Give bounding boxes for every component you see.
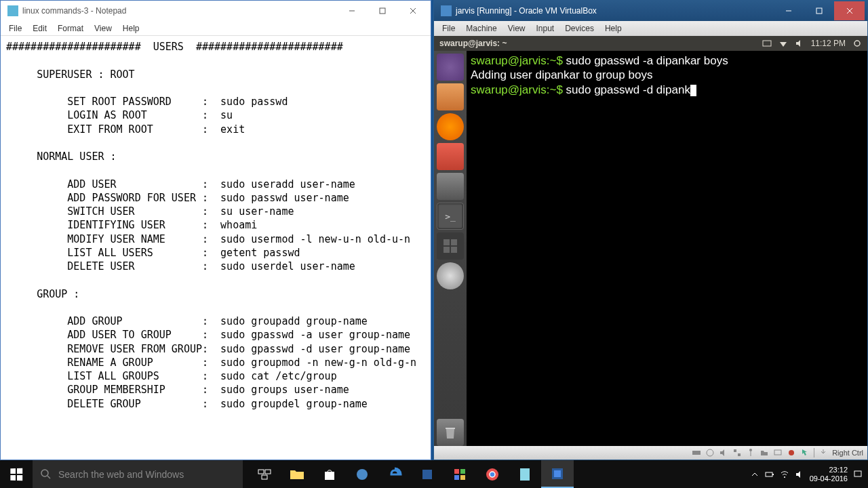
close-button[interactable] (834, 1, 865, 20)
chrome-button[interactable] (476, 460, 509, 488)
notepad-icon (7, 5, 18, 16)
disc-icon[interactable] (437, 262, 464, 289)
usb-indicator-icon[interactable] (746, 448, 755, 458)
svg-rect-14 (446, 428, 455, 429)
virtualbox-icon (441, 5, 452, 16)
svg-rect-8 (763, 41, 771, 46)
firefox-icon[interactable] (437, 113, 464, 140)
vb-menu-help[interactable]: Help (599, 22, 627, 35)
svg-rect-15 (692, 451, 701, 455)
system-tray[interactable]: 23:12 09-04-2016 (745, 466, 868, 482)
gear-icon[interactable] (852, 39, 862, 48)
minimize-button[interactable] (336, 1, 367, 20)
wifi-icon[interactable] (780, 470, 789, 479)
vb-menu-devices[interactable]: Devices (559, 22, 599, 35)
window-title: swarup@jarvis: ~ (439, 39, 762, 48)
task-view-button[interactable] (248, 460, 281, 488)
app-button[interactable] (411, 460, 443, 488)
minimize-button[interactable] (773, 1, 804, 20)
search-icon (41, 469, 52, 480)
files-icon[interactable] (437, 83, 464, 110)
terminal-area[interactable]: swarup@jarvis:~$ sudo gpasswd -a dipanka… (467, 51, 867, 446)
network-indicator-icon[interactable] (732, 448, 742, 458)
trash-icon[interactable] (437, 419, 464, 446)
menu-edit[interactable]: Edit (27, 22, 52, 35)
terminal-output: Adding user dipankar to group boys (471, 68, 863, 82)
vb-menu-machine[interactable]: Machine (460, 22, 502, 35)
dash-icon[interactable] (437, 54, 464, 81)
app-button[interactable] (443, 460, 476, 488)
terminal-line: swarup@jarvis:~$ sudo gpasswd -a dipanka… (471, 54, 863, 68)
virtualbox-titlebar[interactable]: jarvis [Running] - Oracle VM VirtualBox (434, 1, 867, 21)
svg-rect-13 (451, 247, 457, 253)
vb-menu-file[interactable]: File (437, 22, 460, 35)
command-text: sudo gpasswd -a dipankar boys (566, 54, 728, 67)
volume-icon[interactable] (795, 470, 804, 479)
store-button[interactable] (313, 460, 346, 488)
audio-indicator-icon[interactable] (719, 448, 728, 458)
mouse-integration-icon[interactable] (800, 448, 810, 458)
windows-taskbar: Search the web and Windows 23:12 09-04-2… (0, 460, 868, 488)
recording-indicator-icon[interactable] (787, 448, 796, 458)
svg-rect-29 (422, 470, 432, 479)
svg-rect-11 (451, 239, 457, 245)
notepad-titlebar[interactable]: linux commands-3 - Notepad (1, 1, 431, 21)
maximize-button[interactable] (804, 1, 834, 20)
file-explorer-button[interactable] (281, 460, 313, 488)
menu-format[interactable]: Format (52, 22, 89, 35)
notepad-button[interactable] (509, 460, 541, 488)
clock[interactable]: 11:12 PM (811, 39, 846, 48)
svg-rect-10 (443, 239, 450, 245)
vb-menu-view[interactable]: View (502, 22, 531, 35)
chevron-up-icon[interactable] (750, 470, 760, 479)
svg-rect-32 (454, 475, 459, 480)
command-text: sudo gpasswd -d dipank (566, 83, 690, 96)
svg-rect-21 (774, 450, 781, 455)
terminal-line: swarup@jarvis:~$ sudo gpasswd -d dipank (471, 83, 863, 97)
hdd-indicator-icon[interactable] (692, 448, 701, 458)
menu-help[interactable]: Help (117, 22, 145, 35)
virtualbox-title: jarvis [Running] - Oracle VM VirtualBox (456, 6, 773, 16)
display-indicator-icon[interactable] (773, 448, 783, 458)
start-button[interactable] (0, 460, 33, 488)
shared-folders-indicator-icon[interactable] (760, 448, 769, 458)
notepad-window: linux commands-3 - Notepad File Edit For… (0, 0, 431, 460)
close-button[interactable] (397, 1, 428, 20)
menu-file[interactable]: File (3, 22, 27, 35)
sound-indicator-icon[interactable] (795, 39, 804, 48)
svg-point-42 (784, 476, 785, 478)
clock[interactable]: 23:12 09-04-2016 (810, 466, 848, 482)
tray-date: 09-04-2016 (810, 474, 848, 483)
search-box[interactable]: Search the web and Windows (33, 460, 243, 488)
keyboard-indicator-icon[interactable] (762, 39, 772, 48)
app-button[interactable] (346, 460, 378, 488)
virtualbox-menubar: File Machine View Input Devices Help (434, 21, 867, 36)
virtualbox-button[interactable] (541, 460, 574, 488)
svg-rect-12 (443, 247, 450, 253)
edge-button[interactable] (378, 460, 411, 488)
svg-rect-26 (265, 470, 271, 474)
ubuntu-topbar[interactable]: swarup@jarvis: ~ 11:12 PM (434, 36, 867, 51)
svg-rect-40 (766, 472, 772, 476)
svg-point-23 (41, 470, 48, 476)
battery-icon[interactable] (765, 470, 774, 479)
vb-menu-input[interactable]: Input (531, 22, 560, 35)
notepad-textarea[interactable]: ###################### USERS ###########… (1, 36, 431, 415)
hostkey-label: Right Ctrl (832, 449, 863, 457)
notepad-menubar: File Edit Format View Help (1, 21, 431, 36)
maximize-button[interactable] (367, 1, 397, 20)
software-center-icon[interactable] (437, 143, 464, 170)
svg-rect-5 (816, 8, 822, 14)
guest-screen: swarup@jarvis: ~ 11:12 PM >_ swarup@jarv… (434, 36, 867, 446)
optical-indicator-icon[interactable] (705, 448, 715, 458)
terminal-icon[interactable]: >_ (437, 203, 464, 230)
workspace-switcher-icon[interactable] (437, 232, 464, 260)
prompt: swarup@jarvis:~$ (471, 54, 563, 67)
svg-rect-43 (854, 471, 861, 476)
hostkey-indicator-icon[interactable] (818, 448, 828, 458)
network-indicator-icon[interactable] (778, 39, 788, 48)
svg-point-28 (357, 469, 368, 480)
notifications-icon[interactable] (853, 470, 863, 479)
menu-view[interactable]: View (89, 22, 117, 35)
system-settings-icon[interactable] (437, 173, 464, 200)
